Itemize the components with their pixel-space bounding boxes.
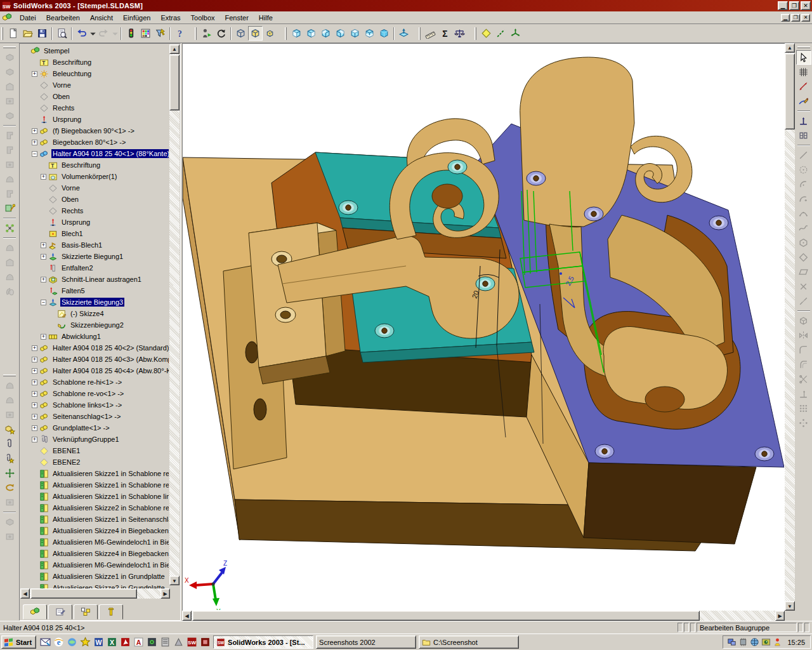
tree-expand-toggle[interactable]: +	[32, 391, 37, 397]
tree-item-label[interactable]: Aktualisieren M6-Gewindeloch1 in Biegeb	[51, 560, 169, 569]
redraw-button[interactable]	[214, 26, 228, 41]
tree-item[interactable]: +Halter A904 018 25 40<2> (Standard)	[20, 342, 169, 354]
tree-expand-toggle[interactable]: +	[32, 128, 37, 134]
tree-item-label[interactable]: Schablone links<1> ->	[51, 401, 123, 409]
menu-bearbeiten[interactable]: Bearbeiten	[41, 13, 85, 23]
sketch-fillet-button[interactable]	[796, 343, 811, 357]
sweep-cut-button[interactable]	[2, 157, 17, 172]
tree-horizontal-scrollbar[interactable]: ◀ ▶	[20, 588, 170, 599]
tree-expand-toggle[interactable]: −	[41, 300, 46, 305]
minimize-button[interactable]: ▁	[778, 1, 788, 10]
tree-item[interactable]: Oben	[20, 91, 169, 102]
insert-component-button[interactable]	[2, 422, 17, 437]
quicklaunch-compression-icon[interactable]	[173, 637, 184, 647]
tree-item[interactable]: EBENE2	[20, 456, 169, 468]
help-button[interactable]: ?	[173, 26, 187, 41]
tree-item-label[interactable]: Schnitt-Linear austragen1	[60, 275, 143, 284]
tree-item[interactable]: Aktualisieren Skizze1 in Schablone re-hi	[20, 468, 169, 479]
rotate-component-button[interactable]	[2, 481, 17, 495]
menu-toolbox[interactable]: Toolbox	[186, 13, 220, 23]
point-button[interactable]	[796, 279, 811, 294]
edit-part-button[interactable]	[2, 408, 17, 422]
tree-expand-toggle[interactable]: +	[32, 425, 37, 431]
tree-hscroll-thumb[interactable]	[30, 588, 137, 599]
linear-sketch-pattern-button[interactable]	[796, 401, 811, 416]
collision-check-button[interactable]	[2, 529, 17, 544]
tree-item[interactable]: +Schnitt-Linear austragen1	[20, 274, 169, 285]
loft-cut-button[interactable]	[2, 172, 17, 187]
start-button[interactable]: Start	[1, 635, 36, 649]
tree-expand-toggle[interactable]: +	[32, 345, 37, 351]
tree-item-label[interactable]: (-) Skizze4	[69, 309, 105, 318]
tree-expand-toggle[interactable]: +	[41, 242, 46, 248]
tree-scroll-left[interactable]: ◀	[20, 588, 30, 599]
toolbar-grip[interactable]	[419, 27, 421, 40]
redo-dropdown-button[interactable]	[111, 26, 119, 41]
selection-filter-button[interactable]	[153, 26, 167, 41]
print-preview-button[interactable]	[55, 26, 69, 41]
ref-plane-button[interactable]	[479, 26, 494, 41]
tree-item-label[interactable]: Aktualisieren Skizze1 in Schablone links	[51, 492, 169, 501]
tray-nvidia-icon[interactable]	[761, 637, 771, 647]
tree-item-label[interactable]: Aktualisieren Skizze1 in Schablone re-hi	[51, 469, 169, 478]
line-button[interactable]	[796, 148, 811, 162]
tree-item-label[interactable]: Volumenkörper(1)	[60, 172, 118, 181]
mass-properties-button[interactable]	[452, 26, 467, 41]
convert-entities-button[interactable]	[796, 314, 811, 328]
equations-button[interactable]: Σ	[438, 26, 452, 41]
tree-item[interactable]: EBENE1	[20, 445, 169, 456]
rectangle-button[interactable]	[796, 250, 811, 265]
tree-expand-toggle[interactable]: +	[32, 414, 37, 420]
tab-propertymanager[interactable]	[48, 604, 72, 620]
quicklaunch-word-icon[interactable]: W	[93, 637, 104, 647]
tree-item[interactable]: Ursprung	[20, 114, 169, 125]
tree-item-label[interactable]: Falten5	[60, 286, 86, 295]
viewport-hscroll-thumb[interactable]	[192, 611, 700, 621]
grid-button[interactable]	[796, 65, 811, 79]
tree-item-label[interactable]: Skizzierte Biegung1	[60, 252, 124, 261]
tree-expand-toggle[interactable]: +	[32, 71, 37, 77]
view-back-button[interactable]	[304, 26, 318, 41]
tree-item-label[interactable]: Beschriftung	[60, 161, 102, 169]
tree-item[interactable]: +Grundplatte<1> ->	[20, 422, 169, 434]
centerline-button[interactable]	[796, 294, 811, 308]
tree-item[interactable]: Aktualisieren Skizze1 in Schablone re-vo	[20, 479, 169, 491]
tree-item-label[interactable]: Aktualisieren Skizze4 in Biegebacken 90°	[51, 526, 169, 535]
tree-item[interactable]: Aktualisieren Skizze4 in Biegebacken 90°	[20, 525, 169, 536]
extrude-cut-button[interactable]	[2, 128, 17, 143]
tree-item[interactable]: TBeschriftung	[20, 159, 169, 171]
menu-extras[interactable]: Extras	[155, 13, 185, 23]
add-relation-button[interactable]	[796, 114, 811, 128]
tree-expand-toggle[interactable]: +	[32, 402, 37, 408]
view-orientation-button[interactable]	[199, 26, 214, 41]
loft-boss-button[interactable]	[2, 94, 17, 109]
parallelogram-button[interactable]	[796, 265, 811, 279]
tree-item-label[interactable]: Ursprung	[51, 115, 82, 124]
tree-item-label[interactable]: Vorne	[60, 183, 81, 192]
select-button[interactable]	[796, 50, 811, 65]
child-close-button[interactable]: ✕	[801, 14, 810, 22]
toolbar-grip[interactable]	[1, 27, 3, 40]
tangent-arc-button[interactable]	[796, 192, 811, 206]
toolbar-grip[interactable]	[195, 27, 197, 40]
restore-button[interactable]: ❐	[789, 1, 799, 10]
quicklaunch-favorites-icon[interactable]	[80, 637, 91, 647]
tree-item[interactable]: Aktualisieren Skizze1 in Seitenanschlag	[20, 514, 169, 525]
viewport-horizontal-scrollbar[interactable]: ◀ ▶	[182, 611, 785, 621]
view-right-button[interactable]	[333, 26, 348, 41]
tree-item[interactable]: Blech1	[20, 228, 169, 239]
viewport-scroll-up[interactable]: ▲	[785, 43, 795, 53]
ref-axis-button[interactable]	[494, 26, 508, 41]
interference-check-button[interactable]	[2, 515, 17, 529]
tree-item-label[interactable]: Entfalten2	[60, 263, 95, 272]
dimension-button[interactable]	[796, 79, 811, 94]
tree-item-label[interactable]: Aktualisieren M6-Gewindeloch1 in Biegeb	[51, 538, 169, 547]
toolbar-grip[interactable]	[797, 46, 810, 48]
tree-item[interactable]: (-) Skizze4	[20, 308, 169, 319]
quicklaunch-solidworks-icon[interactable]: SW	[187, 637, 197, 647]
move-component-button[interactable]	[2, 466, 17, 481]
view-front-button[interactable]	[289, 26, 304, 41]
viewport-scroll-right[interactable]: ▶	[775, 611, 785, 621]
tree-item[interactable]: +Skizzierte Biegung1	[20, 251, 169, 262]
tree-item-label[interactable]: EBENE2	[51, 458, 81, 467]
